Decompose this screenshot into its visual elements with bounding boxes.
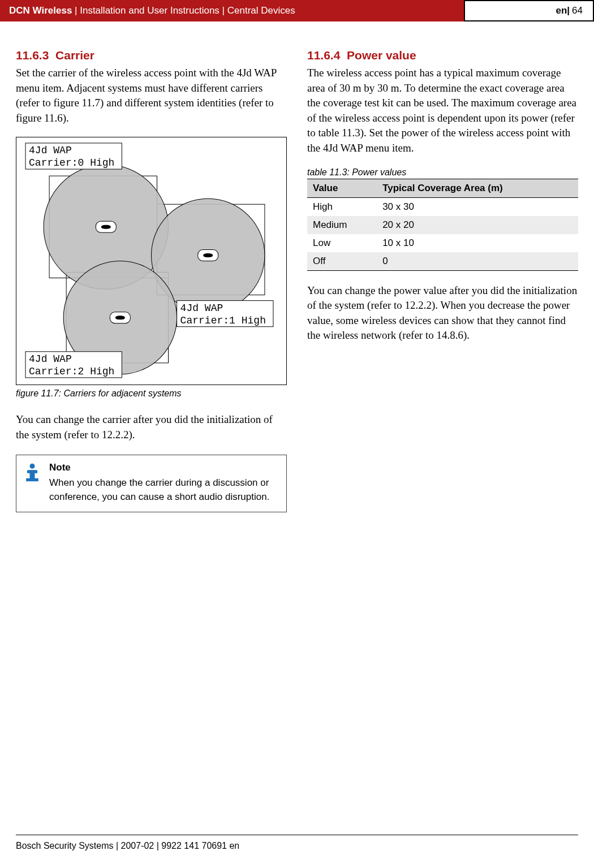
th-coverage: Typical Coverage Area (m) (377, 179, 578, 197)
table-row: Low 10 x 10 (307, 234, 578, 252)
svg-rect-23 (26, 478, 38, 481)
fig-label0-bot: Carrier:0 High (29, 157, 114, 169)
table-row: Medium 20 x 20 (307, 216, 578, 234)
lang-code: en (556, 5, 567, 16)
header-left: DCN Wireless | Installation and User Ins… (0, 5, 464, 16)
note-box: Note When you change the carrier during … (16, 455, 287, 512)
fig-label0-top: 4Jd WAP (29, 145, 72, 156)
page-footer: Bosch Security Systems | 2007-02 | 9922 … (16, 835, 578, 851)
table-11-3-caption: table 11.3: Power values (307, 167, 578, 178)
section-name: Carrier (55, 49, 94, 62)
left-column: 11.6.3 Carrier Set the carrier of the wi… (16, 49, 287, 512)
right-column: 11.6.4 Power value The wireless access p… (307, 49, 578, 512)
note-body: Note When you change the carrier during … (49, 461, 278, 504)
power-para1: The wireless access point has a typical … (307, 66, 578, 156)
svg-point-12 (101, 226, 110, 229)
sep2: | (219, 5, 227, 16)
carrier-para2: You can change the carrier after you did… (16, 412, 287, 442)
fig-label2-top: 4Jd WAP (29, 353, 72, 365)
content-area: 11.6.3 Carrier Set the carrier of the wi… (0, 21, 594, 512)
fig-label1-bot: Carrier:1 High (180, 315, 266, 326)
section-no: 11.6.4 (307, 49, 340, 62)
page-number: 64 (572, 5, 583, 16)
svg-point-14 (204, 254, 213, 257)
section-11-6-4-title: 11.6.4 Power value (307, 49, 578, 62)
carrier-para1: Set the carrier of the wireless access p… (16, 66, 287, 126)
cell-value: Off (307, 252, 377, 271)
footer-text: Bosch Security Systems | 2007-02 | 9922 … (16, 841, 239, 850)
section-no: 11.6.3 (16, 49, 49, 62)
note-text: When you change the carrier during a dis… (49, 477, 269, 502)
product-name: DCN Wireless (9, 5, 72, 16)
info-icon (22, 461, 49, 504)
cell-coverage: 0 (377, 252, 578, 271)
fig-label1-top: 4Jd WAP (180, 303, 223, 314)
section-11-6-3-title: 11.6.3 Carrier (16, 49, 287, 62)
power-para2: You can change the power value after you… (307, 283, 578, 343)
cell-coverage: 10 x 10 (377, 234, 578, 252)
page-header: DCN Wireless | Installation and User Ins… (0, 0, 594, 21)
header-right: en | 64 (464, 0, 594, 21)
carrier-diagram: 4Jd WAP Carrier:0 High 4Jd WAP Carrier:1… (21, 142, 282, 380)
table-row: High 30 x 30 (307, 197, 578, 216)
th-value: Value (307, 179, 377, 197)
sep1: | (72, 5, 80, 16)
cell-coverage: 30 x 30 (377, 197, 578, 216)
note-label: Note (49, 461, 278, 475)
table-row: Off 0 (307, 252, 578, 271)
svg-rect-22 (30, 470, 35, 480)
chapter-title: Central Devices (227, 5, 295, 16)
svg-point-20 (30, 464, 35, 469)
cell-value: Medium (307, 216, 377, 234)
figure-11-7: 4Jd WAP Carrier:0 High 4Jd WAP Carrier:1… (16, 137, 287, 385)
fig-label2-bot: Carrier:2 High (29, 366, 114, 377)
svg-point-16 (115, 316, 124, 319)
cell-coverage: 20 x 20 (377, 216, 578, 234)
table-header-row: Value Typical Coverage Area (m) (307, 179, 578, 197)
cell-value: High (307, 197, 377, 216)
doc-title: Installation and User Instructions (80, 5, 219, 16)
power-values-table: Value Typical Coverage Area (m) High 30 … (307, 179, 578, 271)
figure-11-7-caption: figure 11.7: Carriers for adjacent syste… (16, 388, 287, 399)
section-name: Power value (347, 49, 416, 62)
sep3: | (567, 5, 570, 16)
cell-value: Low (307, 234, 377, 252)
